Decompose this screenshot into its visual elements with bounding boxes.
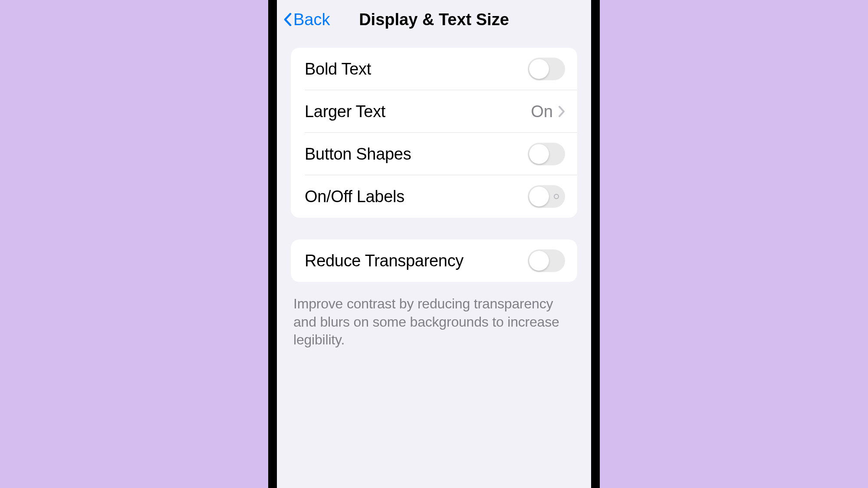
row-label: Button Shapes [305,145,411,164]
toggle-knob [529,144,549,164]
row-larger-text[interactable]: Larger Text On [291,90,577,133]
navigation-bar: Back Display & Text Size [277,0,591,39]
row-bold-text[interactable]: Bold Text [291,48,577,90]
row-label: Reduce Transparency [305,252,464,270]
back-label: Back [293,10,330,29]
toggle-knob [529,251,549,271]
row-right: On [531,102,565,121]
chevron-right-icon [558,105,565,118]
back-button[interactable]: Back [284,10,330,29]
toggle-knob [529,187,549,206]
settings-group-1: Bold Text Larger Text On Button [291,48,577,218]
phone-frame: Back Display & Text Size Bold Text Large… [268,0,600,488]
toggle-bold-text[interactable] [528,58,565,80]
toggle-knob [529,59,549,79]
chevron-left-icon [284,13,292,26]
row-value: On [531,102,553,121]
toggle-on-off-labels[interactable] [528,185,565,208]
row-label: Larger Text [305,102,385,121]
content: Bold Text Larger Text On Button [277,39,591,349]
toggle-off-indicator-icon [554,194,559,199]
screen: Back Display & Text Size Bold Text Large… [277,0,591,488]
toggle-reduce-transparency[interactable] [528,249,565,272]
row-on-off-labels[interactable]: On/Off Labels [291,175,577,218]
row-label: Bold Text [305,60,371,79]
toggle-button-shapes[interactable] [528,143,565,165]
settings-group-2: Reduce Transparency [291,239,577,282]
row-label: On/Off Labels [305,187,404,206]
group-footer-text: Improve contrast by reducing transparenc… [291,288,577,349]
row-button-shapes[interactable]: Button Shapes [291,133,577,175]
row-reduce-transparency[interactable]: Reduce Transparency [291,239,577,282]
